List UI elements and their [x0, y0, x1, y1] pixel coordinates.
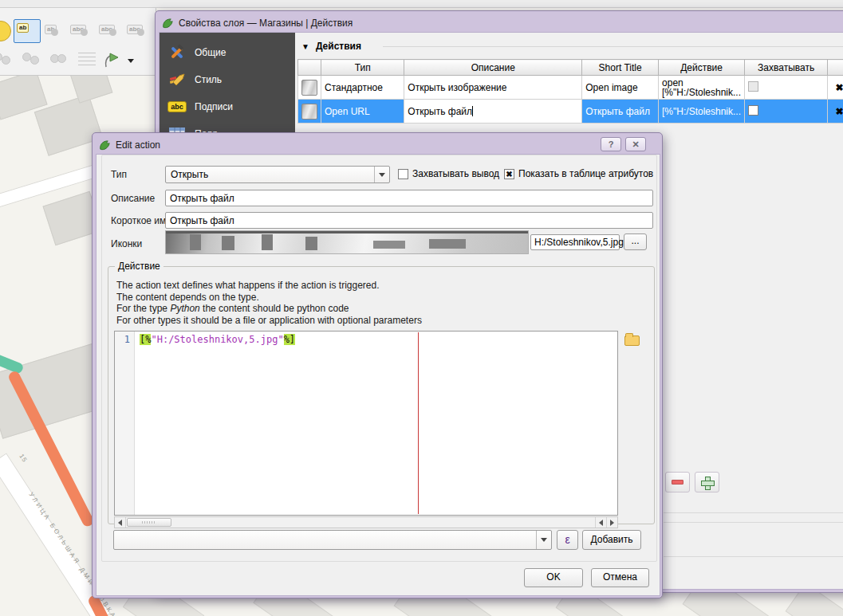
- cell-short-title[interactable]: Открыть файл: [582, 100, 659, 124]
- merge-features-icon[interactable]: [50, 53, 69, 70]
- code-line[interactable]: [%"H:/Stoleshnikov,5.jpg"%]: [135, 332, 295, 515]
- paintbrush-icon: [167, 70, 187, 89]
- action-row-standard[interactable]: Стандартное Открыть изображение Open ima…: [298, 76, 843, 100]
- show-in-table-checkbox[interactable]: ✖: [504, 169, 514, 179]
- editor-horizontal-scrollbar[interactable]: [114, 516, 618, 528]
- expression-epsilon-button[interactable]: ε: [557, 530, 578, 550]
- action-icon-thumbnail: [301, 104, 317, 120]
- split-features-icon[interactable]: [0, 53, 13, 70]
- col-icon[interactable]: [298, 60, 321, 76]
- cell-action[interactable]: open [%"H:/Stoleshnik...: [659, 76, 745, 100]
- ok-button[interactable]: OK: [524, 568, 583, 587]
- scrollbar-thumb[interactable]: [127, 518, 171, 527]
- divider-line: [664, 522, 843, 523]
- line-number-gutter: 1: [115, 332, 135, 515]
- pin-label-active-button[interactable]: ab: [14, 19, 41, 43]
- col-action[interactable]: Действие: [659, 60, 745, 76]
- actions-section-title: Действия: [316, 41, 361, 52]
- sidebar-item-style[interactable]: Стиль: [160, 66, 295, 93]
- action-icon-preview: [165, 230, 529, 254]
- cell-flag[interactable]: ✖: [828, 76, 843, 100]
- hide-labels-icon[interactable]: [0, 21, 11, 41]
- actions-table-header-row: Тип Описание Short Title Действие Захват…: [298, 60, 843, 76]
- folder-icon: [624, 335, 640, 346]
- short-name-label: Короткое имя: [111, 215, 171, 226]
- capture-checkbox[interactable]: [748, 105, 758, 116]
- close-button[interactable]: ✕: [625, 137, 646, 151]
- scroll-left-icon[interactable]: [595, 517, 606, 528]
- align-nodes-icon[interactable]: [78, 53, 96, 69]
- capture-output-checkbox[interactable]: [398, 169, 408, 179]
- browse-button[interactable]: ...: [624, 233, 647, 250]
- capture-output-checkbox-row[interactable]: Захватывать вывод: [398, 168, 499, 179]
- dialog-title: Edit action: [116, 139, 160, 151]
- scroll-right-icon[interactable]: [606, 517, 617, 528]
- minus-icon: [672, 480, 683, 485]
- short-name-input[interactable]: Открыть файл: [165, 212, 653, 229]
- show-hide-labels-icon[interactable]: abc: [70, 22, 86, 34]
- add-button[interactable]: Добавить: [582, 530, 641, 550]
- sidebar-item-label: Общие: [195, 47, 226, 58]
- capture-checkbox[interactable]: [748, 81, 758, 92]
- toolbar-dropdown-arrow-icon[interactable]: [128, 59, 134, 63]
- divider-line: [664, 512, 843, 513]
- cell-type[interactable]: Стандартное: [321, 76, 404, 100]
- tools-icon: [167, 43, 187, 62]
- action-code-editor[interactable]: 1 [%"H:/Stoleshnikov,5.jpg"%]: [114, 331, 618, 516]
- type-combobox[interactable]: Открыть: [165, 166, 390, 183]
- collapse-arrow-icon[interactable]: ▼: [301, 42, 309, 51]
- show-in-table-label: Показать в таблице атрибутов: [518, 168, 653, 179]
- section-frame-line: [383, 46, 843, 47]
- chevron-down-icon[interactable]: [374, 167, 389, 182]
- top-toolbar-strip: [0, 0, 843, 8]
- actions-table: Тип Описание Short Title Действие Захват…: [297, 59, 843, 124]
- col-flag[interactable]: [828, 60, 843, 76]
- add-action-button[interactable]: [695, 472, 719, 492]
- cell-capture[interactable]: [745, 76, 828, 100]
- map-house-number: 15: [18, 453, 29, 464]
- open-file-button[interactable]: [622, 331, 641, 350]
- actions-section-header[interactable]: ▼ Действия: [301, 41, 361, 52]
- split-parts-icon[interactable]: [22, 53, 41, 70]
- cell-description[interactable]: Открыть изображение: [404, 76, 582, 100]
- icons-label: Иконки: [111, 238, 142, 249]
- cell-flag[interactable]: ✖: [828, 100, 843, 124]
- action-icon-thumbnail: [301, 80, 317, 96]
- col-description[interactable]: Описание: [404, 60, 582, 76]
- cell-description-editing[interactable]: Открыть файл: [404, 100, 582, 124]
- cell-action[interactable]: [%"H:/Stoleshnik...: [659, 100, 745, 124]
- edit-action-titlebar[interactable]: Edit action ? ✕: [96, 136, 659, 154]
- qgis-logo-icon: [162, 18, 174, 29]
- pin-unpin-labels-icon[interactable]: ab: [45, 22, 57, 34]
- col-capture[interactable]: Захватывать: [745, 60, 828, 76]
- show-in-table-checkbox-row[interactable]: ✖ Показать в таблице атрибутов: [504, 168, 653, 179]
- edit-margin-guide: [418, 332, 419, 514]
- icon-path-box[interactable]: H:/Stoleshnikov,5.jpg: [530, 234, 620, 250]
- reverse-line-icon[interactable]: [102, 51, 121, 70]
- cell-capture[interactable]: [745, 100, 828, 124]
- action-groupbox-title: Действие: [115, 261, 163, 272]
- action-groupbox: Действие The action text defines what ha…: [108, 266, 655, 524]
- remove-action-button[interactable]: [665, 472, 690, 492]
- cell-type[interactable]: Open URL: [321, 100, 404, 124]
- sidebar-item-label: Подписи: [195, 101, 233, 112]
- layer-properties-titlebar[interactable]: Свойства слоя — Магазины | Действия: [159, 14, 843, 32]
- col-type[interactable]: Тип: [321, 60, 404, 76]
- sidebar-item-labels[interactable]: abc Подписи: [160, 93, 295, 120]
- help-button[interactable]: ?: [601, 137, 621, 151]
- description-label: Описание: [111, 193, 155, 204]
- cell-short-title[interactable]: Open image: [582, 76, 659, 100]
- chevron-down-icon[interactable]: [536, 531, 551, 549]
- action-row-open-url[interactable]: Open URL Открыть файл Открыть файл [%"H:…: [298, 100, 843, 124]
- edit-action-body: Тип Открыть Захватывать вывод ✖ Показать…: [96, 154, 660, 596]
- description-input[interactable]: Открыть файл: [165, 190, 653, 206]
- rotate-label-icon[interactable]: abc: [127, 22, 143, 34]
- scroll-left-icon[interactable]: [115, 517, 126, 528]
- window-title: Свойства слоя — Магазины | Действия: [179, 18, 353, 29]
- col-short-title[interactable]: Short Title: [582, 60, 659, 76]
- sidebar-item-general[interactable]: Общие: [160, 39, 295, 66]
- sidebar-item-label: Стиль: [195, 74, 222, 85]
- cancel-button[interactable]: Отмена: [591, 568, 649, 587]
- move-label-icon[interactable]: abc: [99, 22, 115, 34]
- expression-combobox[interactable]: [113, 530, 552, 550]
